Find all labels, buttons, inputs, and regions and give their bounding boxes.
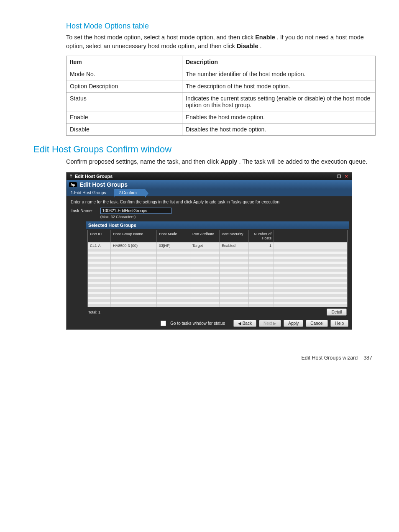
grid-row-empty xyxy=(88,304,347,307)
go-to-tasks-checkbox[interactable] xyxy=(161,321,166,326)
intro-text: To set the host mode option, select a ho… xyxy=(66,34,255,41)
cell-item: Mode No. xyxy=(66,68,182,80)
pin-icon[interactable]: ⇡ xyxy=(68,174,73,179)
page-footer-text: Edit Host Groups wizard xyxy=(301,355,358,361)
cell-port-attribute: Target xyxy=(190,242,220,249)
cell-host-mode: 03[HP] xyxy=(157,242,190,249)
cell-desc: Disables the host mode option. xyxy=(182,123,376,136)
cell-item: Disable xyxy=(66,123,182,136)
modal-header-title: Edit Host Groups xyxy=(79,181,128,188)
task-name-label: Task Name: xyxy=(71,208,93,213)
cancel-button[interactable]: Cancel xyxy=(306,320,328,327)
edit-host-groups-confirm-intro: Confirm proposed settings, name the task… xyxy=(66,157,374,166)
cell-desc: The number identifier of the host mode o… xyxy=(182,68,376,80)
intro-text: . The task will be added to the executio… xyxy=(239,158,367,165)
cell-number-of-hosts: 1 xyxy=(249,242,274,249)
grid-row[interactable]: CL1-A HA8500-3 (00) 03[HP] Target Enable… xyxy=(88,242,347,249)
next-button: Next ▶ xyxy=(259,320,281,327)
cell-port-security: Enabled xyxy=(220,242,249,249)
task-name-note: (Max. 32 Characters) xyxy=(100,215,171,219)
col-port-id[interactable]: Port ID xyxy=(88,230,111,242)
cell-desc: Enables the host mode option. xyxy=(182,111,376,123)
page-number: 387 xyxy=(363,355,372,361)
table-row: Status Indicates the current status sett… xyxy=(66,93,376,111)
help-button[interactable]: Help xyxy=(330,320,348,327)
host-mode-options-table: Item Description Mode No. The number ide… xyxy=(66,56,376,136)
col-description: Description xyxy=(182,56,376,68)
edit-host-groups-modal: ⇡ Edit Host Groups ❐ ✕ hp Edit Host Grou… xyxy=(66,172,352,330)
host-mode-options-intro: To set the host mode option, select a ho… xyxy=(66,33,374,51)
tab-confirm[interactable]: 2.Confirm xyxy=(114,189,145,196)
selected-host-groups-title: Selected Host Groups xyxy=(86,221,349,229)
table-row: Disable Disables the host mode option. xyxy=(66,123,376,136)
intro-text: . xyxy=(260,43,262,49)
col-number-of-hosts[interactable]: Number of Hosts xyxy=(249,230,274,242)
restore-icon[interactable]: ❐ xyxy=(335,173,343,179)
intro-apply-word: Apply xyxy=(220,158,237,165)
cell-item: Option Description xyxy=(66,80,182,93)
modal-header: hp Edit Host Groups xyxy=(66,180,352,189)
col-port-security[interactable]: Port Security xyxy=(220,230,249,242)
grid-header: Port ID Host Group Name Host Mode Port A… xyxy=(88,230,347,242)
close-icon[interactable]: ✕ xyxy=(343,173,350,179)
modal-title: Edit Host Groups xyxy=(75,174,113,179)
modal-footer: Go to tasks window for status ◀ Back Nex… xyxy=(66,317,352,329)
task-name-input[interactable] xyxy=(100,208,171,214)
table-row: Option Description The description of th… xyxy=(66,80,376,93)
cell-spacer xyxy=(274,242,347,249)
grid-footer: Total: 1 Detail xyxy=(86,307,349,317)
table-header-row: Item Description xyxy=(66,56,376,68)
modal-titlebar: ⇡ Edit Host Groups ❐ ✕ xyxy=(66,172,352,180)
apply-button[interactable]: Apply xyxy=(284,320,303,327)
tab-edit-host-groups[interactable]: 1.Edit Host Groups xyxy=(66,189,114,196)
cell-port-id: CL1-A xyxy=(88,242,111,249)
host-mode-options-heading: Host Mode Options table xyxy=(66,22,374,31)
edit-host-groups-confirm-heading: Edit Host Groups Confirm window xyxy=(33,144,374,155)
intro-text: Confirm proposed settings, name the task… xyxy=(66,158,220,165)
intro-disable-word: Disable xyxy=(237,43,258,49)
detail-button[interactable]: Detail xyxy=(327,308,347,316)
table-row: Mode No. The number identifier of the ho… xyxy=(66,68,376,80)
back-button[interactable]: ◀ Back xyxy=(233,320,256,327)
hp-logo-icon: hp xyxy=(69,182,77,187)
col-spacer xyxy=(274,230,347,242)
modal-body: Enter a name for the task. Confirm the s… xyxy=(66,196,352,317)
table-row: Enable Enables the host mode option. xyxy=(66,111,376,123)
modal-instruction: Enter a name for the task. Confirm the s… xyxy=(71,200,348,204)
cell-desc: The description of the host mode option. xyxy=(182,80,376,93)
intro-enable-word: Enable xyxy=(255,34,275,41)
wizard-tabs: 1.Edit Host Groups 2.Confirm xyxy=(66,189,352,196)
col-item: Item xyxy=(66,56,182,68)
col-host-group-name[interactable]: Host Group Name xyxy=(111,230,157,242)
go-to-tasks-label: Go to tasks window for status xyxy=(170,321,225,326)
cell-desc: Indicates the current status setting (en… xyxy=(182,93,376,111)
col-host-mode[interactable]: Host Mode xyxy=(157,230,190,242)
grid-total: Total: 1 xyxy=(88,310,100,314)
cell-host-group-name: HA8500-3 (00) xyxy=(111,242,157,249)
cell-item: Status xyxy=(66,93,182,111)
col-port-attribute[interactable]: Port Attribute xyxy=(190,230,220,242)
selected-host-groups-grid: Port ID Host Group Name Host Mode Port A… xyxy=(87,230,348,307)
cell-item: Enable xyxy=(66,111,182,123)
page-footer: Edit Host Groups wizard 387 xyxy=(33,355,374,361)
